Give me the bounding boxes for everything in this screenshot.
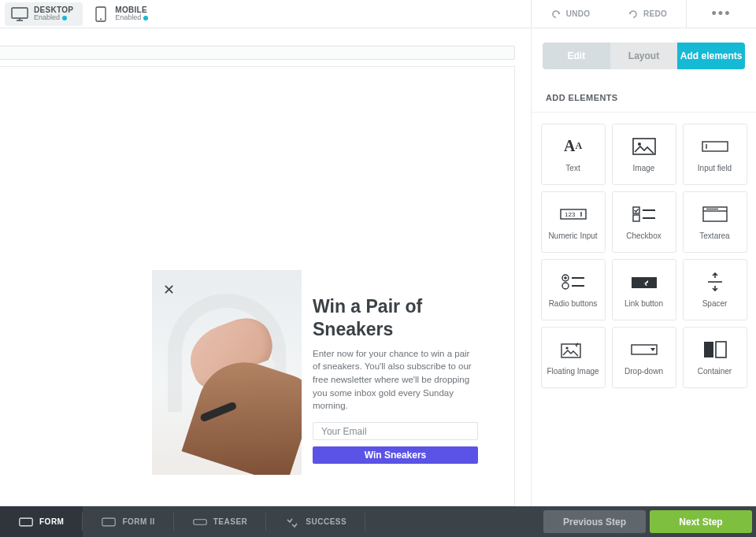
step-success[interactable]: SUCCESS: [266, 506, 365, 537]
next-step-button[interactable]: Next Step: [650, 510, 752, 533]
spacer-icon: [701, 272, 729, 291]
previous-step-button[interactable]: Previous Step: [543, 510, 646, 533]
canvas-surface[interactable]: ✕ Win a Pair of Sneakers Enter now for y…: [0, 66, 515, 506]
status-dot-icon: [62, 16, 67, 20]
device-mobile-status: Enabled: [115, 14, 148, 22]
undo-icon: [550, 9, 561, 20]
email-field[interactable]: Your Email: [313, 422, 478, 441]
element-textarea[interactable]: Textarea: [683, 191, 747, 253]
form-step-icon: [19, 517, 33, 527]
canvas-frame-strip: [0, 46, 515, 60]
svg-rect-30: [102, 518, 115, 526]
step-form2[interactable]: FORM II: [83, 506, 173, 537]
element-spacer[interactable]: Spacer: [683, 259, 747, 320]
teaser-step-icon: [193, 517, 207, 527]
svg-point-2: [100, 18, 102, 20]
success-step-icon: [285, 517, 299, 527]
element-text[interactable]: AA Text: [541, 124, 606, 185]
element-dropdown[interactable]: Drop-down: [612, 327, 676, 388]
svg-rect-22: [632, 277, 657, 288]
step-teaser[interactable]: TEASER: [174, 506, 267, 537]
popup-description[interactable]: Enter now for your chance to win a pair …: [313, 347, 478, 413]
editor-canvas[interactable]: ✕ Win a Pair of Sneakers Enter now for y…: [0, 28, 531, 506]
element-image[interactable]: Image: [612, 124, 676, 185]
popup-image[interactable]: ✕: [152, 270, 302, 475]
svg-point-25: [565, 346, 568, 349]
device-mobile[interactable]: MOBILE Enabled: [86, 2, 158, 26]
properties-panel: Edit Layout Add elements ADD ELEMENTS AA…: [531, 28, 756, 506]
svg-rect-31: [194, 519, 206, 524]
submit-button[interactable]: Win Sneakers: [313, 446, 478, 464]
svg-rect-0: [12, 8, 28, 18]
element-radio-buttons[interactable]: Radio buttons: [541, 259, 606, 320]
ellipsis-icon: •••: [712, 6, 732, 22]
status-dot-icon: [143, 16, 148, 20]
element-input-field[interactable]: Input field: [683, 124, 747, 185]
image-icon: [630, 137, 658, 156]
tab-edit[interactable]: Edit: [543, 43, 610, 69]
numeric-icon: 123: [559, 205, 587, 224]
dropdown-icon: [630, 340, 658, 359]
text-icon: AA: [559, 137, 587, 156]
redo-icon: [628, 9, 639, 20]
desktop-icon: [11, 6, 28, 23]
popup-title[interactable]: Win a Pair of Sneakers: [313, 295, 478, 341]
floating-image-icon: [559, 340, 587, 359]
svg-point-4: [638, 143, 641, 146]
svg-rect-29: [20, 518, 32, 526]
svg-point-18: [564, 276, 567, 280]
input-icon: [701, 137, 729, 156]
mobile-icon: [92, 6, 109, 23]
svg-rect-27: [704, 342, 713, 357]
redo-button[interactable]: REDO: [609, 0, 686, 28]
close-icon[interactable]: ✕: [163, 281, 175, 298]
section-header: ADD ELEMENTS: [532, 69, 756, 113]
svg-rect-28: [716, 342, 726, 357]
element-link-button[interactable]: Link button: [612, 259, 676, 320]
tab-layout[interactable]: Layout: [610, 43, 678, 69]
radio-icon: [559, 272, 587, 291]
popup-preview[interactable]: ✕ Win a Pair of Sneakers Enter now for y…: [152, 270, 489, 475]
textarea-icon: [701, 205, 729, 224]
device-desktop[interactable]: DESKTOP Enabled: [5, 2, 83, 26]
form2-step-icon: [102, 517, 116, 527]
undo-button[interactable]: UNDO: [532, 0, 609, 28]
element-container[interactable]: Container: [683, 327, 747, 388]
svg-point-20: [562, 283, 569, 289]
more-menu-button[interactable]: •••: [687, 0, 756, 28]
element-floating-image[interactable]: Floating Image: [541, 327, 606, 388]
svg-rect-10: [633, 207, 639, 213]
step-form[interactable]: FORM: [0, 506, 83, 537]
tab-add-elements[interactable]: Add elements: [677, 43, 745, 69]
checkbox-icon: [630, 205, 658, 224]
device-desktop-status: Enabled: [34, 14, 73, 22]
svg-text:123: 123: [565, 211, 576, 218]
svg-rect-12: [633, 215, 639, 221]
element-numeric-input[interactable]: 123 Numeric Input: [541, 191, 606, 253]
element-checkbox[interactable]: Checkbox: [612, 191, 676, 253]
container-icon: [701, 340, 729, 359]
link-button-icon: [630, 272, 658, 291]
